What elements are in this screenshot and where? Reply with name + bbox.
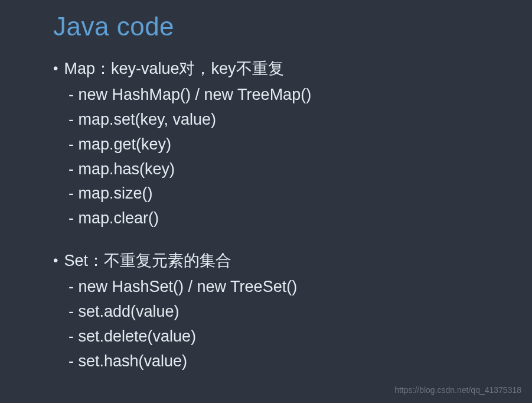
list-item: new HashSet() / new TreeSet() <box>68 275 479 300</box>
section-header-set: • Set：不重复元素的集合 <box>53 250 479 271</box>
list-item: set.add(value) <box>68 300 479 324</box>
slide-title: Java code <box>53 12 479 41</box>
section-header-map: • Map：key-value对，key不重复 <box>53 58 479 79</box>
section-map: • Map：key-value对，key不重复 new HashMap() / … <box>53 58 479 231</box>
list-item: map.set(key, value) <box>68 108 479 132</box>
list-item: map.has(key) <box>68 157 479 182</box>
list-item: map.size() <box>68 181 479 206</box>
section-set: • Set：不重复元素的集合 new HashSet() / new TreeS… <box>53 250 479 373</box>
set-methods-list: new HashSet() / new TreeSet() set.add(va… <box>53 275 479 373</box>
watermark-text: https://blog.csdn.net/qq_41375318 <box>394 385 521 395</box>
list-item: set.delete(value) <box>68 324 479 349</box>
section-header-text: Map：key-value对，key不重复 <box>64 58 283 79</box>
bullet-icon: • <box>53 250 58 271</box>
bullet-icon: • <box>53 58 58 79</box>
section-header-text: Set：不重复元素的集合 <box>64 250 231 271</box>
list-item: map.clear() <box>68 206 479 231</box>
list-item: map.get(key) <box>68 132 479 157</box>
list-item: set.hash(value) <box>68 349 479 374</box>
map-methods-list: new HashMap() / new TreeMap() map.set(ke… <box>53 83 479 231</box>
slide-content: Java code • Map：key-value对，key不重复 new Ha… <box>0 0 532 373</box>
list-item: new HashMap() / new TreeMap() <box>68 83 479 108</box>
